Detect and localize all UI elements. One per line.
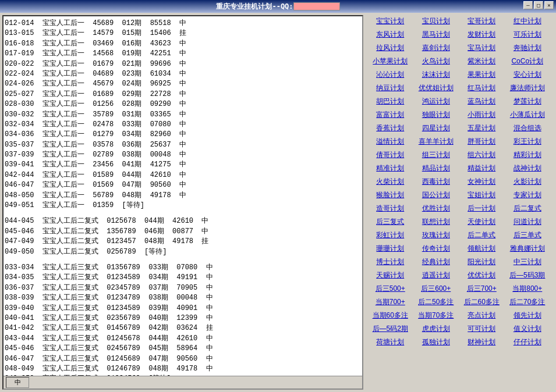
link-item[interactable]: 后一计划 — [459, 202, 504, 215]
link-item[interactable]: 发财计划 — [459, 28, 504, 41]
link-item[interactable]: 红马计划 — [459, 82, 504, 94]
link-item[interactable]: 火鸟计划 — [414, 55, 459, 67]
link-item[interactable]: 造哥计划 — [368, 202, 413, 215]
minimize-button[interactable]: — — [523, 1, 533, 9]
link-item[interactable]: 当期70多注 — [414, 309, 459, 322]
link-item[interactable]: 当期700+ — [368, 296, 413, 308]
link-item[interactable]: 国公计划 — [414, 189, 459, 201]
link-item[interactable]: 联想计划 — [414, 216, 459, 228]
link-item[interactable]: 小苹果计划 — [368, 55, 413, 67]
link-item[interactable]: 天使计划 — [459, 216, 504, 228]
link-item[interactable]: 后二单式 — [459, 229, 504, 241]
link-item[interactable]: 彩王计划 — [505, 136, 550, 148]
link-item[interactable]: 红中计划 — [505, 15, 550, 27]
close-button[interactable]: ✕ — [544, 1, 554, 9]
link-item[interactable]: 拉风计划 — [368, 42, 413, 54]
link-item[interactable]: 五星计划 — [459, 122, 504, 134]
link-item[interactable]: 博士计划 — [368, 256, 413, 268]
link-item[interactable]: 猴脸计划 — [368, 189, 413, 201]
link-item[interactable]: 精品计划 — [414, 162, 459, 174]
link-item[interactable]: 香蕉计划 — [368, 122, 413, 134]
link-item[interactable]: 玫瑰计划 — [414, 229, 459, 241]
qq-input[interactable] — [293, 2, 340, 10]
link-item[interactable]: 宝宝计划 — [368, 15, 413, 27]
link-item[interactable]: 可可计划 — [459, 323, 504, 335]
link-item[interactable]: 独眼计划 — [414, 109, 459, 121]
link-item[interactable]: 黑马计划 — [414, 28, 459, 41]
link-item[interactable]: 专家计划 — [505, 189, 550, 201]
link-item[interactable]: 后三单式 — [505, 229, 550, 241]
link-item[interactable]: 优胜计划 — [414, 202, 459, 215]
link-item[interactable]: 宝马计划 — [459, 42, 504, 54]
link-item[interactable]: 孤独计划 — [414, 336, 459, 348]
link-item[interactable]: 后三600+ — [414, 283, 459, 295]
link-item[interactable]: 胡巴计划 — [368, 95, 413, 108]
link-item[interactable]: 倩哥计划 — [368, 149, 413, 161]
link-item[interactable]: 宝贝计划 — [414, 15, 459, 27]
link-item[interactable]: 后二60多注 — [459, 296, 504, 308]
link-item[interactable]: 西毒计划 — [414, 176, 459, 188]
link-item[interactable]: 中三计划 — [505, 256, 550, 268]
link-item[interactable]: 优优姐计划 — [414, 82, 459, 94]
link-item[interactable]: 值义计划 — [505, 323, 550, 335]
link-item[interactable]: 小薄瓜计划 — [505, 109, 550, 121]
link-item[interactable]: 后三700+ — [459, 283, 504, 295]
link-item[interactable]: 彩虹计划 — [368, 229, 413, 241]
link-item[interactable]: 奔驰计划 — [505, 42, 550, 54]
link-item[interactable]: 后三复式 — [368, 216, 413, 228]
link-item[interactable]: 鸿运计划 — [414, 95, 459, 108]
link-item[interactable]: 阳光计划 — [459, 256, 504, 268]
link-item[interactable]: 亮点计划 — [459, 309, 504, 322]
link-item[interactable]: 火影计划 — [505, 176, 550, 188]
link-item[interactable]: 组三计划 — [414, 149, 459, 161]
link-item[interactable]: 组六计划 — [459, 149, 504, 161]
link-item[interactable]: 传奇计划 — [414, 243, 459, 255]
link-item[interactable]: 当期800+ — [505, 283, 550, 295]
link-item[interactable]: 女神计划 — [459, 176, 504, 188]
link-item[interactable]: 紫米计划 — [459, 55, 504, 67]
link-item[interactable]: 后二50多注 — [414, 296, 459, 308]
link-item[interactable]: 溢情计划 — [368, 136, 413, 148]
link-item[interactable]: 虎虎计划 — [414, 323, 459, 335]
link-item[interactable]: 精益计划 — [459, 162, 504, 174]
link-item[interactable]: 纳豆计划 — [368, 82, 413, 94]
link-item[interactable]: 后—5码3期 — [505, 269, 550, 281]
link-item[interactable]: 珊珊计划 — [368, 243, 413, 255]
link-item[interactable]: 雅典娜计划 — [505, 243, 550, 255]
link-item[interactable]: CoCo计划 — [505, 55, 550, 67]
link-item[interactable]: 后二复式 — [505, 202, 550, 215]
link-item[interactable]: 蓝鸟计划 — [459, 95, 504, 108]
link-item[interactable]: 后三500+ — [368, 283, 413, 295]
link-item[interactable]: 逍遥计划 — [414, 269, 459, 281]
link-item[interactable]: 仔仔计划 — [505, 336, 550, 348]
link-item[interactable]: 胖哥计划 — [459, 136, 504, 148]
link-item[interactable]: 富富计划 — [368, 109, 413, 121]
link-item[interactable]: 安心计划 — [505, 69, 550, 81]
link-item[interactable]: 嘉剑计划 — [414, 42, 459, 54]
link-item[interactable]: 经典计划 — [414, 256, 459, 268]
link-item[interactable]: 宝姐计划 — [459, 189, 504, 201]
link-item[interactable]: 荷塘计划 — [368, 336, 413, 348]
link-item[interactable]: 战神计划 — [505, 162, 550, 174]
link-item[interactable]: 四星计划 — [414, 122, 459, 134]
maximize-button[interactable]: □ — [534, 1, 543, 9]
link-item[interactable]: 小雨计划 — [459, 109, 504, 121]
link-item[interactable]: 混合组选 — [505, 122, 550, 134]
scroll-area[interactable]: 012-014 宝宝人工后一 45689 012期 85518 中013-015… — [3, 16, 362, 376]
link-item[interactable]: 可乐计划 — [505, 28, 550, 41]
link-item[interactable]: 梦莲计划 — [505, 95, 550, 108]
link-item[interactable]: 问道计划 — [505, 216, 550, 228]
link-item[interactable]: 沁沁计划 — [368, 69, 413, 81]
link-item[interactable]: 东风计划 — [368, 28, 413, 41]
link-item[interactable]: 火柴计划 — [368, 176, 413, 188]
link-item[interactable]: 廉法师计划 — [505, 82, 550, 94]
link-item[interactable]: 领先计划 — [505, 309, 550, 322]
link-item[interactable]: 喜羊羊计划 — [414, 136, 459, 148]
link-item[interactable]: 天赐计划 — [368, 269, 413, 281]
link-item[interactable]: 果果计划 — [459, 69, 504, 81]
link-item[interactable]: 后二70多注 — [505, 296, 550, 308]
link-item[interactable]: 领航计划 — [459, 243, 504, 255]
link-item[interactable]: 精彩计划 — [505, 149, 550, 161]
link-item[interactable]: 沫沫计划 — [414, 69, 459, 81]
link-item[interactable]: 后—5码2期 — [368, 323, 413, 335]
